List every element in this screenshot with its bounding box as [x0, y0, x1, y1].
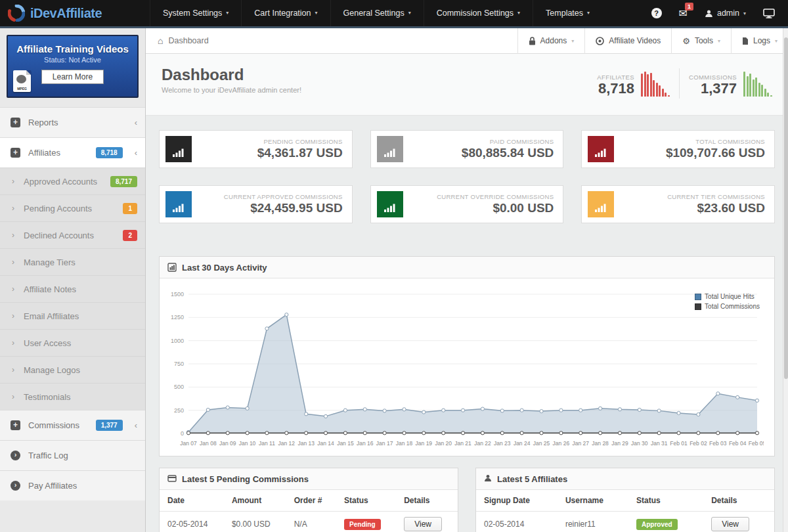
nav-menu-system-settings[interactable]: System Settings▾ [150, 0, 241, 26]
monitor-icon[interactable] [763, 9, 775, 18]
action-logs[interactable]: Logs▾ [731, 28, 788, 54]
sidebar-item-pending-accounts[interactable]: ›Pending Accounts1 [0, 194, 145, 221]
sidebar-item-testimonials[interactable]: ›Testimonials [0, 383, 145, 410]
page-scrollbar[interactable] [783, 28, 788, 532]
sidebar-item-declined-accounts[interactable]: ›Declined Accounts2 [0, 221, 145, 248]
svg-text:Jan 11: Jan 11 [259, 440, 275, 447]
chevron-left-icon: ‹ [135, 118, 137, 127]
user-menu[interactable]: admin ▾ [705, 9, 746, 18]
page-header: Dashboard Welcome to your iDevAffiliate … [146, 54, 788, 116]
sidebar-item-user-access[interactable]: ›User Access [0, 329, 145, 356]
sidebar-item-traffic-log[interactable]: ›Traffic Log [0, 440, 145, 470]
scrollbar-thumb[interactable] [784, 37, 788, 379]
bar-chart-icon [165, 191, 192, 217]
svg-text:Jan 29: Jan 29 [611, 440, 628, 447]
sidebar-item-email-affiliates[interactable]: ›Email Affiliates [0, 302, 145, 329]
nav-menu-cart-integration[interactable]: Cart Integration▾ [241, 0, 330, 26]
chevron-right-icon: › [12, 284, 14, 294]
nav-menu-general-settings[interactable]: General Settings▾ [330, 0, 424, 26]
svg-text:Jan 15: Jan 15 [337, 440, 354, 447]
mail-icon[interactable]: ✉ 1 [679, 7, 688, 20]
status-badge: Pending [344, 519, 380, 530]
chart-legend: Total Unique Hits Total Commissions [695, 293, 760, 313]
card-total-commissions: TOTAL COMMISSIONS$109,707.66 USD [581, 130, 775, 168]
top-navbar: iDevAffiliate System Settings▾Cart Integ… [0, 0, 788, 26]
idevaffiliate-logo-icon [8, 5, 25, 22]
user-name: admin [717, 9, 739, 18]
sidebar-item-manage-logos[interactable]: ›Manage Logos [0, 356, 145, 383]
count-badge: 2 [123, 230, 137, 241]
sidebar-item-manage-tiers[interactable]: ›Manage Tiers [0, 248, 145, 275]
column-header: Status [628, 490, 703, 512]
svg-text:Jan 20: Jan 20 [435, 440, 452, 447]
action-affiliate-videos[interactable]: Affiliate Videos [584, 28, 671, 54]
count-badge: 8,717 [110, 176, 137, 187]
svg-text:Jan 24: Jan 24 [514, 440, 531, 447]
sidebar-item-pay-affiliates[interactable]: ›Pay Affiliates [0, 470, 145, 500]
view-button[interactable]: View [711, 517, 749, 531]
sidebar-item-label: Email Affiliates [24, 311, 137, 321]
chart-title: Last 30 Days Activity [182, 263, 267, 273]
user-icon [705, 9, 713, 18]
breadcrumb-actions: Addons▾Affiliate Videos⚙Tools▾Logs▾ [517, 28, 788, 54]
brand-name: iDevAffiliate [30, 6, 102, 21]
plus-square-icon: + [11, 118, 20, 127]
svg-text:Jan 31: Jan 31 [651, 440, 668, 447]
sidebar-item-affiliates[interactable]: +Affiliates8,718‹ [0, 137, 145, 167]
brand-logo[interactable]: iDevAffiliate [0, 5, 150, 22]
sidebar-item-label: Testimonials [24, 392, 137, 402]
sidebar-item-affiliate-notes[interactable]: ›Affiliate Notes [0, 275, 145, 302]
table-title: Latest 5 Affiliates [497, 474, 567, 484]
card-current-approved-commissions: CURRENT APPROVED COMMISSIONS$24,459.95 U… [159, 185, 353, 223]
view-button[interactable]: View [404, 517, 442, 531]
sidebar: Affiliate Training Videos Status: Not Ac… [0, 28, 146, 532]
card-label: CURRENT TIER COMMISSIONS [614, 193, 765, 200]
chevron-down-icon: ▾ [517, 0, 520, 26]
file-icon [742, 37, 749, 45]
mail-badge: 1 [685, 3, 693, 11]
bar-chart-icon [377, 136, 403, 162]
bar-chart-icon [588, 191, 614, 217]
sidebar-item-label: Manage Logos [24, 365, 137, 375]
sidebar-item-reports[interactable]: +Reports‹ [0, 107, 145, 137]
training-videos-banner[interactable]: Affiliate Training Videos Status: Not Ac… [7, 35, 139, 98]
learn-more-button[interactable]: Learn More [41, 70, 104, 84]
sidebar-item-commissions[interactable]: +Commissions1,377‹ [0, 410, 145, 440]
nav-menu-templates[interactable]: Templates▾ [533, 0, 602, 26]
sidebar-item-label: Declined Accounts [24, 231, 115, 240]
column-header: Date [160, 490, 224, 512]
sidebar-item-label: Pending Accounts [24, 204, 115, 213]
svg-text:Jan 17: Jan 17 [376, 440, 393, 447]
card-value: $4,361.87 USD [192, 146, 343, 160]
chevron-right-icon: › [12, 338, 14, 347]
status-badge: Approved [636, 519, 678, 530]
activity-chart-panel: Last 30 Days Activity 025050075010001250… [159, 256, 775, 456]
count-badge: 1,377 [96, 420, 123, 431]
action-tools[interactable]: ⚙Tools▾ [671, 28, 731, 54]
chart-icon [167, 263, 177, 272]
count-badge: 1 [123, 203, 137, 214]
lock-icon [529, 37, 536, 45]
svg-text:Jan 09: Jan 09 [219, 440, 236, 447]
sidebar-item-label: Affiliate Notes [24, 284, 137, 294]
svg-text:Jan 23: Jan 23 [494, 440, 511, 447]
column-header: Username [558, 490, 628, 512]
help-icon[interactable]: ? [651, 8, 662, 18]
svg-text:Jan 07: Jan 07 [180, 440, 197, 447]
content: PENDING COMMISSIONS$4,361.87 USDPAID COM… [146, 116, 788, 532]
nav-menu-commission-settings[interactable]: Commission Settings▾ [424, 0, 533, 26]
action-addons[interactable]: Addons▾ [517, 28, 585, 54]
chevron-right-icon: › [12, 365, 14, 374]
main-area: ⌂ Dashboard Addons▾Affiliate Videos⚙Tool… [146, 28, 788, 532]
card-label: PAID COMMISSIONS [403, 138, 554, 145]
header-stats: AFFILIATES 8,718 COMMISSIONS 1,377 [597, 66, 772, 99]
chevron-down-icon: ▾ [571, 38, 574, 44]
sidebar-item-approved-accounts[interactable]: ›Approved Accounts8,717 [0, 167, 145, 194]
breadcrumb[interactable]: ⌂ Dashboard [146, 35, 221, 46]
chevron-down-icon: ▾ [775, 38, 777, 44]
card-value: $24,459.95 USD [192, 201, 343, 215]
chevron-left-icon: ‹ [135, 148, 137, 158]
card-label: CURRENT APPROVED COMMISSIONS [192, 193, 343, 200]
svg-text:Feb 02: Feb 02 [690, 440, 707, 447]
table-title: Latest 5 Pending Commissions [182, 474, 309, 484]
